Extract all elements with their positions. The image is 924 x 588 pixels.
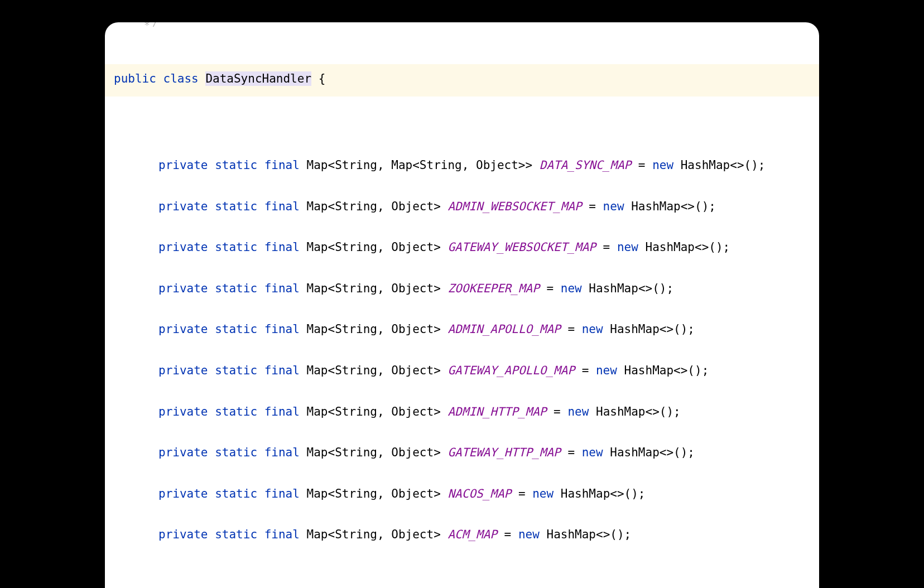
keyword-private: private	[158, 200, 208, 213]
diamond-semi: <>();	[695, 240, 730, 254]
field-name: ADMIN_APOLLO_MAP	[447, 322, 560, 336]
equals: =	[497, 528, 518, 541]
field-declaration: private static final Map<String, Object>…	[105, 485, 819, 504]
keyword-private: private	[158, 158, 208, 172]
keyword-new: new	[596, 364, 617, 377]
keyword-static: static	[215, 158, 257, 172]
keyword-static: static	[215, 322, 257, 336]
keyword-final: final	[264, 405, 300, 418]
equals: =	[582, 200, 603, 213]
field-declaration: private static final Map<String, Object>…	[105, 197, 819, 216]
field-declaration: private static final Map<String, Map<Str…	[105, 156, 819, 175]
field-name: GATEWAY_APOLLO_MAP	[447, 364, 575, 377]
keyword-final: final	[264, 487, 300, 500]
keyword-public: public	[114, 72, 156, 85]
diamond-semi: <>();	[638, 282, 673, 295]
code-block: public class DataSyncHandler { private s…	[105, 27, 819, 588]
field-name: ADMIN_HTTP_MAP	[447, 405, 546, 418]
equals: =	[540, 282, 561, 295]
generic-params: <String, Object>	[328, 364, 441, 377]
diamond-semi: <>();	[660, 322, 695, 336]
blank-line	[105, 380, 819, 403]
type-hashmap: HashMap	[610, 322, 660, 336]
type-hashmap: HashMap	[561, 487, 610, 500]
field-name: DATA_SYNC_MAP	[540, 158, 631, 172]
type-hashmap: HashMap	[589, 282, 638, 295]
field-name: GATEWAY_HTTP_MAP	[447, 446, 560, 459]
type-map: Map	[307, 446, 328, 459]
class-name: DataSyncHandler	[205, 71, 311, 86]
type-map: Map	[307, 528, 328, 541]
brace-open: {	[319, 72, 326, 85]
keyword-private: private	[158, 405, 208, 418]
type-map: Map	[307, 322, 328, 336]
keyword-private: private	[158, 487, 208, 500]
diamond-semi: <>();	[596, 528, 631, 541]
keyword-static: static	[215, 446, 257, 459]
keyword-new: new	[652, 158, 673, 172]
keyword-new: new	[561, 282, 582, 295]
blank-line	[105, 339, 819, 362]
type-map: Map	[307, 158, 328, 172]
type-hashmap: HashMap	[596, 405, 646, 418]
keyword-private: private	[158, 240, 208, 254]
keyword-private: private	[158, 446, 208, 459]
generic-params: <String, Object>	[328, 282, 441, 295]
keyword-new: new	[518, 528, 540, 541]
field-declaration: private static final Map<String, Object>…	[105, 238, 819, 257]
diamond-semi: <>();	[681, 200, 716, 213]
field-name: ACM_MAP	[447, 528, 497, 541]
type-map: Map	[307, 282, 328, 295]
field-name: ZOOKEEPER_MAP	[447, 282, 539, 295]
diamond-semi: <>();	[660, 446, 695, 459]
keyword-new: new	[532, 487, 554, 500]
type-hashmap: HashMap	[624, 364, 674, 377]
equals: =	[596, 240, 617, 254]
keyword-static: static	[215, 405, 257, 418]
type-hashmap: HashMap	[646, 240, 695, 254]
blank-line	[105, 298, 819, 320]
blank-line	[105, 421, 819, 444]
generic-params: <String, Object>	[328, 528, 441, 541]
diamond-semi: <>();	[610, 487, 645, 500]
keyword-static: static	[215, 240, 257, 254]
keyword-new: new	[567, 405, 589, 418]
keyword-final: final	[264, 240, 300, 254]
diamond-semi: <>();	[730, 158, 765, 172]
generic-params: <String, Object>	[328, 446, 441, 459]
keyword-final: final	[264, 322, 300, 336]
generic-params: <String, Object>	[328, 487, 441, 500]
blank-line	[105, 175, 819, 197]
keyword-final: final	[264, 364, 300, 377]
keyword-static: static	[215, 282, 257, 295]
field-declaration: private static final Map<String, Object>…	[105, 444, 819, 462]
field-declaration: private static final Map<String, Object>…	[105, 403, 819, 422]
keyword-final: final	[264, 200, 300, 213]
keyword-final: final	[264, 158, 300, 172]
keyword-static: static	[215, 200, 257, 213]
keyword-final: final	[264, 446, 300, 459]
field-declaration: private static final Map<String, Object>…	[105, 279, 819, 298]
blank-line	[105, 503, 819, 526]
type-hashmap: HashMap	[681, 158, 730, 172]
equals: =	[561, 446, 582, 459]
field-declaration: private static final Map<String, Object>…	[105, 320, 819, 339]
generic-params: <String, Map<String, Object>>	[328, 158, 533, 172]
blank-line	[105, 257, 819, 279]
type-map: Map	[307, 405, 328, 418]
field-declaration: private static final Map<String, Object>…	[105, 526, 819, 544]
keyword-static: static	[215, 528, 257, 541]
equals: =	[511, 487, 532, 500]
generic-params: <String, Object>	[328, 405, 441, 418]
class-declaration-line: public class DataSyncHandler {	[105, 64, 819, 97]
code-card: */ public class DataSyncHandler { privat…	[105, 22, 819, 588]
keyword-class: class	[163, 72, 199, 85]
diamond-semi: <>();	[646, 405, 681, 418]
keyword-static: static	[215, 487, 257, 500]
keyword-new: new	[582, 322, 603, 336]
type-hashmap: HashMap	[547, 528, 596, 541]
keyword-private: private	[158, 322, 208, 336]
keyword-static: static	[215, 364, 257, 377]
equals: =	[631, 158, 652, 172]
equals: =	[546, 405, 567, 418]
